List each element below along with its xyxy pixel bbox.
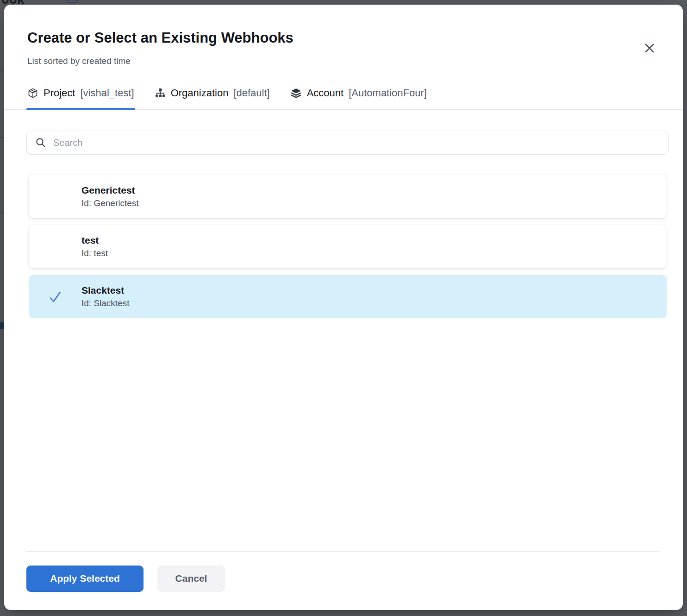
cancel-button[interactable]: Cancel xyxy=(157,566,225,592)
webhook-name: Generictest xyxy=(81,185,139,196)
tab-label: Organization xyxy=(171,87,229,99)
tab-label: Project xyxy=(44,87,75,99)
tab-label: Account xyxy=(307,87,344,99)
tab-organization[interactable]: Organization [default] xyxy=(154,83,271,109)
tab-context: [AutomationFour] xyxy=(349,87,427,99)
close-icon xyxy=(644,43,655,53)
search-icon xyxy=(35,137,46,148)
webhook-name: Slacktest xyxy=(81,285,130,296)
webhook-row-test[interactable]: test Id: test xyxy=(29,225,667,268)
webhook-list: Generictest Id: Generictest test Id: tes… xyxy=(29,175,667,318)
webhook-row-slacktest[interactable]: Slacktest Id: Slacktest xyxy=(29,275,667,318)
close-button[interactable] xyxy=(640,39,659,57)
dialog-subtitle: List sorted by created time xyxy=(27,56,131,66)
tab-account[interactable]: Account [AutomationFour] xyxy=(289,83,428,109)
active-tab-underline xyxy=(26,108,135,110)
dialog-title: Create or Select an Existing Webhooks xyxy=(27,30,294,46)
webhook-id: Id: Slacktest xyxy=(81,298,130,308)
background-element xyxy=(0,322,4,329)
info-circle-icon xyxy=(65,0,79,4)
row-text: Generictest Id: Generictest xyxy=(81,185,139,208)
tab-context: [vishal_test] xyxy=(80,87,134,99)
check-slot xyxy=(29,289,81,305)
search-input[interactable] xyxy=(53,138,660,148)
webhook-row-generictest[interactable]: Generictest Id: Generictest xyxy=(29,175,667,218)
webhook-id: Id: test xyxy=(81,248,108,258)
apply-selected-button[interactable]: Apply Selected xyxy=(26,566,144,592)
search-box xyxy=(26,131,669,155)
tab-context: [default] xyxy=(233,87,269,99)
tab-project[interactable]: Project [vishal_test] xyxy=(26,83,135,109)
webhook-name: test xyxy=(81,235,108,246)
row-text: Slacktest Id: Slacktest xyxy=(81,285,130,308)
check-icon xyxy=(47,289,63,305)
dialog-footer: Apply Selected Cancel xyxy=(26,551,660,610)
layers-icon xyxy=(290,88,302,99)
webhook-id: Id: Generictest xyxy=(81,198,139,208)
row-text: test Id: test xyxy=(81,235,108,258)
org-chart-icon xyxy=(155,88,166,99)
cube-icon xyxy=(27,88,38,99)
scope-tabs: Project [vishal_test] Organization [defa… xyxy=(4,83,683,110)
select-webhook-dialog: Create or Select an Existing Webhooks Li… xyxy=(4,5,683,610)
